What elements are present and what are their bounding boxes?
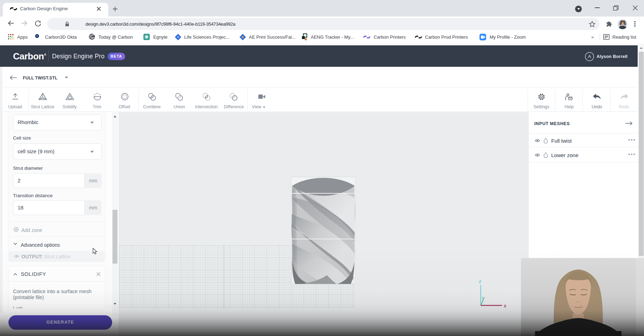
svg-text:y: y: [482, 295, 485, 301]
svg-text:x: x: [504, 303, 507, 309]
svg-text:z: z: [479, 278, 482, 284]
